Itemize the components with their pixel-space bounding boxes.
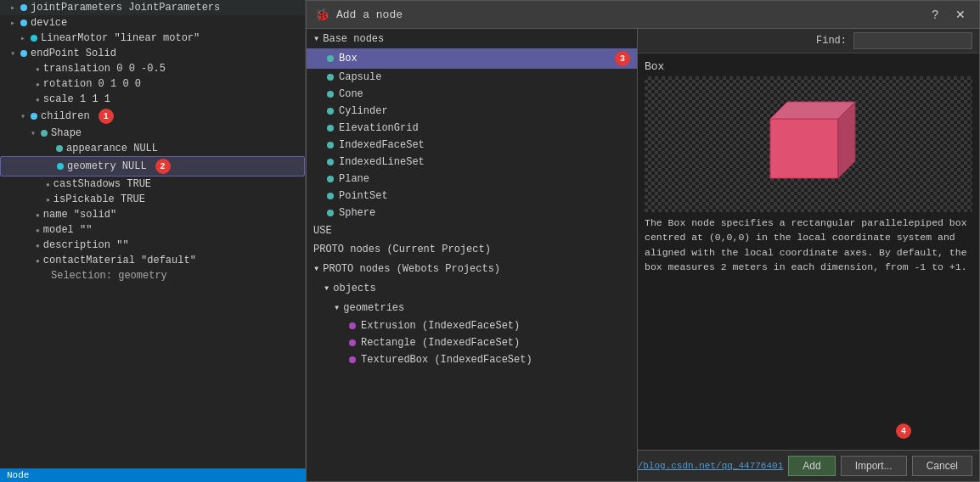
node-item-label: IndexedFaceSet — [339, 139, 425, 151]
section-label: PROTO nodes (Webots Projects) — [323, 263, 500, 275]
tree-item-label: appearance NULL — [66, 143, 158, 154]
dialog-icon: 🐞 — [315, 8, 329, 22]
section-arrow: ▾ — [334, 301, 340, 314]
tree-item-label: geometry NULL — [67, 160, 147, 172]
node-item-rectangle[interactable]: Rectangle (IndexedFaceSet) — [307, 334, 637, 351]
section-proto-current[interactable]: PROTO nodes (Current Project) — [307, 240, 637, 259]
section-label: objects — [333, 283, 375, 294]
collapse-icon: ▸ — [10, 18, 15, 28]
tree-item-linearmotor[interactable]: ▸ LinearMotor "linear motor" — [0, 31, 305, 46]
bullet-icon: ● — [46, 196, 50, 204]
node-item-cylinder[interactable]: Cylinder — [307, 103, 637, 120]
section-proto-webots[interactable]: ▾ PROTO nodes (Webots Projects) — [307, 259, 637, 278]
tree-item-model[interactable]: ● model "" — [0, 222, 305, 238]
section-label: USE — [313, 225, 332, 237]
tree-item-label: endPoint Solid — [31, 48, 116, 59]
close-button[interactable]: ✕ — [950, 6, 971, 23]
tree-item-label: castShadows TRUE — [54, 178, 151, 190]
import-button[interactable]: Import... — [841, 456, 907, 476]
section-label: geometries — [343, 302, 404, 314]
node-item-sphere[interactable]: Sphere — [307, 205, 637, 221]
preview-node-name: Box — [645, 60, 972, 73]
dialog-titlebar: 🐞 Add a node ? ✕ — [307, 1, 979, 29]
dialog-footer: 4 https://blog.csdn.net/qq_44776401 Add … — [638, 450, 979, 481]
add-button[interactable]: Add — [788, 456, 835, 476]
node-item-indexedlineset[interactable]: IndexedLineSet — [307, 154, 637, 171]
node-item-label: Cone — [339, 88, 363, 100]
footer-url[interactable]: https://blog.csdn.net/qq_44776401 — [638, 461, 783, 471]
tree-item-label: name "solid" — [43, 209, 116, 221]
tree-item-contactmaterial[interactable]: ● contactMaterial "default" — [0, 253, 305, 268]
bullet-icon: ● — [36, 257, 40, 265]
section-geometries[interactable]: ▾ geometries — [307, 298, 637, 317]
tree-item-rotation[interactable]: ● rotation 0 1 0 0 — [0, 76, 305, 92]
tree-item-translation[interactable]: ● translation 0 0 -0.5 — [0, 61, 305, 76]
help-button[interactable]: ? — [926, 6, 943, 23]
node-dot — [20, 4, 27, 11]
bullet-icon: ● — [36, 211, 40, 219]
node-item-label: ElevationGrid — [339, 122, 419, 134]
node-item-box[interactable]: Box 3 — [307, 48, 637, 69]
node-dot — [327, 210, 334, 216]
node-dot — [327, 91, 334, 98]
node-dot — [327, 176, 334, 182]
tree-item-label: scale 1 1 1 — [43, 93, 110, 105]
tree-item-shape[interactable]: ▾ Shape — [0, 126, 305, 141]
node-dot — [31, 35, 37, 42]
tree-item-label: contactMaterial "default" — [43, 255, 196, 266]
node-dot — [57, 163, 64, 170]
tree-item-appearance[interactable]: appearance NULL — [0, 141, 305, 156]
preview-panel: Find: Box The Box node specif — [638, 29, 979, 481]
tree-item-ispickable[interactable]: ● isPickable TRUE — [0, 192, 305, 207]
node-item-cone[interactable]: Cone — [307, 86, 637, 103]
node-dot-purple — [349, 339, 356, 346]
node-item-pointset[interactable]: PointSet — [307, 188, 637, 205]
node-dot — [327, 193, 334, 199]
tree-item-scale[interactable]: ● scale 1 1 1 — [0, 92, 305, 107]
preview-content: Box The Box node specifies a rectangular… — [638, 53, 979, 450]
box-3d-svg — [745, 85, 872, 204]
bullet-icon: ● — [36, 96, 40, 104]
node-item-plane[interactable]: Plane — [307, 171, 637, 188]
section-base-nodes[interactable]: ▾ Base nodes — [307, 29, 637, 48]
node-item-label: TexturedBox (IndexedFaceSet) — [361, 354, 532, 366]
tree-item-children[interactable]: ▾ children 1 — [0, 107, 305, 126]
node-item-label: PointSet — [339, 190, 388, 202]
node-item-label: Rectangle (IndexedFaceSet) — [361, 337, 520, 349]
node-item-capsule[interactable]: Capsule — [307, 69, 637, 86]
tree-item-name[interactable]: ● name "solid" — [0, 207, 305, 222]
bullet-icon: ● — [36, 65, 40, 73]
node-item-extrusion[interactable]: Extrusion (IndexedFaceSet) — [307, 317, 637, 334]
node-item-texturedbox[interactable]: TexturedBox (IndexedFaceSet) — [307, 351, 637, 368]
section-objects[interactable]: ▾ objects — [307, 278, 637, 298]
node-item-indexedfaceset[interactable]: IndexedFaceSet — [307, 137, 637, 154]
tree-item-description[interactable]: ● description "" — [0, 238, 305, 253]
node-dot — [327, 74, 334, 81]
node-item-label: Box — [339, 53, 358, 64]
find-input[interactable] — [853, 32, 972, 49]
annotation-3: 3 — [615, 51, 630, 66]
node-item-label: Sphere — [339, 207, 375, 219]
section-arrow: ▾ — [324, 282, 329, 294]
bullet-icon: ● — [46, 181, 50, 188]
tree-item-castshadows[interactable]: ● castShadows TRUE — [0, 177, 305, 192]
section-arrow: ▾ — [313, 262, 319, 275]
tree-item-geometry[interactable]: geometry NULL 2 — [0, 156, 305, 177]
node-dot — [31, 113, 37, 120]
tree-item-label: Shape — [51, 127, 82, 139]
expand-icon: ▾ — [10, 48, 15, 59]
section-label: Base nodes — [323, 33, 384, 45]
annotation-2: 2 — [155, 159, 171, 174]
find-label: Find: — [816, 35, 847, 47]
node-dot-purple — [349, 356, 356, 363]
node-list-panel: ▾ Base nodes Box 3 Capsule Cone Cylinder — [307, 29, 638, 481]
cancel-button[interactable]: Cancel — [912, 456, 972, 476]
tree-item-device[interactable]: ▸ device — [0, 15, 305, 31]
node-item-label: Cylinder — [339, 105, 388, 117]
tree-item-jointparams[interactable]: ▸ jointParameters JointParameters — [0, 0, 305, 15]
tree-item-endpoint[interactable]: ▾ endPoint Solid — [0, 46, 305, 61]
section-use[interactable]: USE — [307, 221, 637, 240]
tree-item-label: jointParameters JointParameters — [31, 2, 220, 14]
node-item-elevationgrid[interactable]: ElevationGrid — [307, 120, 637, 137]
tree-item-label: children — [41, 110, 90, 122]
